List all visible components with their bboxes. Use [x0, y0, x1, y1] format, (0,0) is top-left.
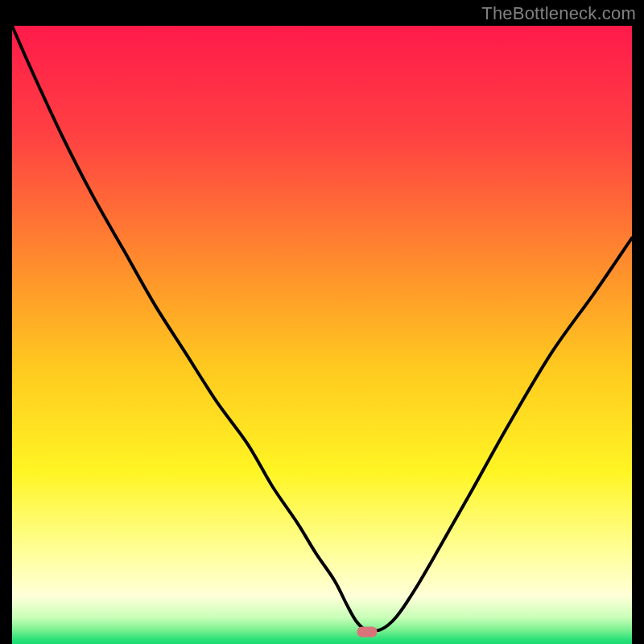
- watermark-text: TheBottleneck.com: [481, 3, 636, 24]
- chart-frame: TheBottleneck.com: [0, 0, 644, 644]
- plot-area: [12, 26, 632, 632]
- bottleneck-marker: [357, 627, 378, 638]
- bottleneck-curve: [12, 26, 632, 632]
